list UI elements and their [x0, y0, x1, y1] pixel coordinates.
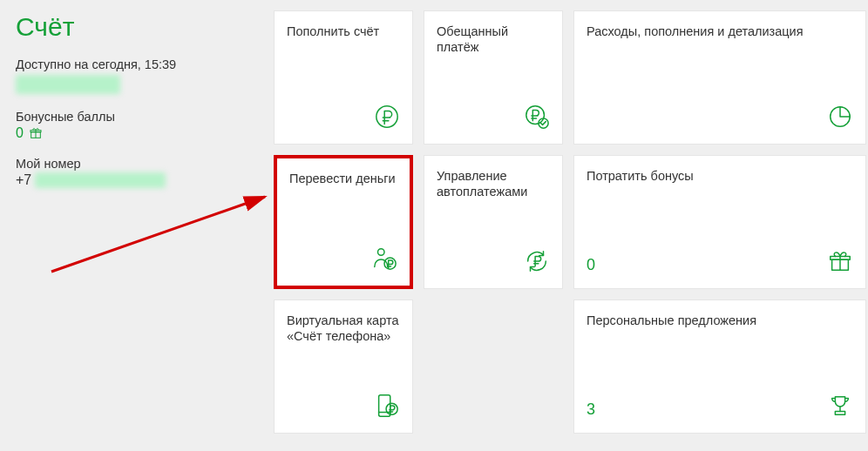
card-label: Перевести деньги: [289, 171, 397, 186]
svg-point-5: [526, 106, 545, 125]
page-title: Счёт: [16, 12, 254, 42]
svg-point-8: [384, 258, 396, 269]
card-label: Расходы, пополнения и детализация: [587, 24, 853, 39]
card-virtual-card[interactable]: Виртуальная карта «Счёт телефона»: [274, 300, 413, 434]
card-value: 0: [587, 256, 595, 274]
card-autopay[interactable]: Управление автоплатежами: [424, 155, 563, 289]
phone-label: Мой номер: [16, 157, 254, 171]
phone-ruble-icon: [374, 393, 400, 422]
bonus-label: Бонусные баллы: [16, 110, 254, 124]
ruble-check-icon: [524, 104, 550, 133]
sidebar: Счёт Доступно на сегодня, 15:39 Бонусные…: [0, 0, 270, 200]
card-transfer[interactable]: Перевести деньги: [274, 155, 413, 289]
bonus-value: 0: [16, 125, 24, 141]
svg-line-3: [51, 197, 265, 272]
person-ruble-icon: [371, 246, 397, 275]
card-label: Управление автоплатежами: [437, 168, 550, 199]
ruble-circle-icon: [374, 104, 400, 133]
card-promised-payment[interactable]: Обещанный платёж: [424, 10, 563, 145]
card-label: Потратить бонусы: [587, 168, 853, 184]
bonus-row: 0: [16, 125, 254, 141]
gift-icon: [29, 126, 43, 140]
svg-point-14: [386, 403, 397, 414]
phone-prefix: +7: [16, 172, 31, 188]
card-label: Виртуальная карта «Счёт телефона»: [287, 313, 400, 344]
card-topup[interactable]: Пополнить счёт: [274, 10, 413, 145]
gift-icon: [827, 248, 853, 278]
pie-chart-icon: [827, 104, 853, 133]
available-label: Доступно на сегодня, 15:39: [16, 57, 254, 71]
balance-value-blurred: [16, 75, 120, 94]
svg-rect-16: [835, 412, 844, 415]
card-value: 3: [587, 401, 595, 419]
ruble-cycle-icon: [524, 248, 550, 278]
card-label: Пополнить счёт: [287, 24, 400, 39]
card-label: Персональные предложения: [587, 313, 853, 328]
phone-row: +7: [16, 172, 254, 188]
card-offers[interactable]: Персональные предложения 3: [573, 300, 866, 434]
card-label: Обещанный платёж: [437, 24, 550, 55]
card-grid: Пополнить счёт Обещанный платёж Расходы,…: [274, 10, 866, 434]
trophy-icon: [827, 393, 853, 422]
phone-value-blurred: [35, 172, 166, 188]
svg-point-7: [378, 249, 385, 256]
card-spend-bonus[interactable]: Потратить бонусы 0: [573, 155, 866, 289]
card-expenses[interactable]: Расходы, пополнения и детализация: [573, 10, 866, 145]
arrow-annotation: [47, 185, 274, 289]
svg-point-4: [376, 106, 397, 127]
